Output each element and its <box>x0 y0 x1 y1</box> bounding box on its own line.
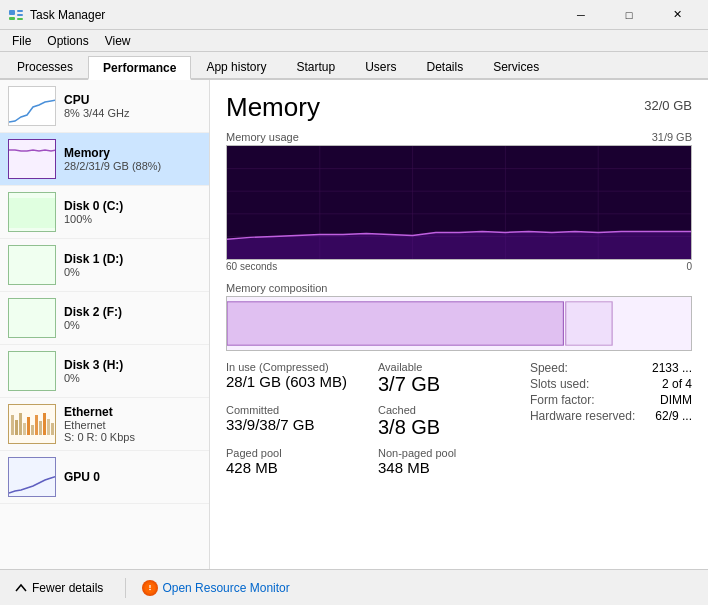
memory-usage-chart-section: Memory usage 31/9 GB <box>226 131 692 272</box>
svg-rect-22 <box>47 419 50 435</box>
sidebar-item-memory[interactable]: Memory 28/2/31/9 GB (88%) <box>0 133 209 186</box>
disk0-info: Disk 0 (C:) 100% <box>64 199 201 225</box>
svg-rect-4 <box>17 18 23 20</box>
memory-composition-section: Memory composition <box>226 282 692 351</box>
resource-monitor-icon <box>142 580 158 596</box>
stats-left: In use (Compressed) 28/1 GB (603 MB) Ava… <box>226 361 514 476</box>
stat-cached: Cached 3/8 GB <box>378 404 514 439</box>
fewer-details-label: Fewer details <box>32 581 103 595</box>
memory-composition-chart <box>226 296 692 351</box>
sidebar-item-disk1[interactable]: Disk 1 (D:) 0% <box>0 239 209 292</box>
svg-rect-9 <box>9 246 56 285</box>
menu-file[interactable]: File <box>4 32 39 50</box>
stats-right: Speed: 2133 ... Slots used: 2 of 4 Form … <box>530 361 692 476</box>
cpu-name: CPU <box>64 93 201 107</box>
disk1-name: Disk 1 (D:) <box>64 252 201 266</box>
stat-slots-value: 2 of 4 <box>662 377 692 391</box>
sidebar-item-gpu0[interactable]: GPU 0 <box>0 451 209 504</box>
title-bar-left: Task Manager <box>8 7 105 23</box>
minimize-button[interactable]: ─ <box>558 5 604 25</box>
gpu0-name: GPU 0 <box>64 470 201 484</box>
stat-paged-pool: Paged pool 428 MB <box>226 447 362 476</box>
chart-label-usage: Memory usage 31/9 GB <box>226 131 692 143</box>
tab-bar: Processes Performance App history Startu… <box>0 52 708 80</box>
disk2-name: Disk 2 (F:) <box>64 305 201 319</box>
stat-in-use: In use (Compressed) 28/1 GB (603 MB) <box>226 361 362 396</box>
svg-rect-21 <box>43 413 46 435</box>
svg-rect-10 <box>9 299 56 338</box>
maximize-button[interactable]: □ <box>606 5 652 25</box>
sidebar-item-disk3[interactable]: Disk 3 (H:) 0% <box>0 345 209 398</box>
stat-hw-reserved-row: Hardware reserved: 62/9 ... <box>530 409 692 423</box>
memory-info: Memory 28/2/31/9 GB (88%) <box>64 146 201 172</box>
sidebar-item-disk0[interactable]: Disk 0 (C:) 100% <box>0 186 209 239</box>
fewer-details-button[interactable]: Fewer details <box>8 577 109 599</box>
stat-non-paged-pool: Non-paged pool 348 MB <box>378 447 514 476</box>
open-resource-monitor-link[interactable]: Open Resource Monitor <box>142 580 289 596</box>
time-right: 0 <box>686 261 692 272</box>
stat-form-label: Form factor: <box>530 393 595 407</box>
menu-bar: File Options View <box>0 30 708 52</box>
svg-rect-38 <box>566 302 612 345</box>
disk3-info: Disk 3 (H:) 0% <box>64 358 201 384</box>
stat-slots-label: Slots used: <box>530 377 589 391</box>
tab-processes[interactable]: Processes <box>2 54 88 78</box>
svg-rect-13 <box>11 415 14 435</box>
tab-startup[interactable]: Startup <box>281 54 350 78</box>
stat-committed-label: Committed <box>226 404 362 416</box>
tab-app-history[interactable]: App history <box>191 54 281 78</box>
svg-rect-8 <box>9 198 56 228</box>
disk0-name: Disk 0 (C:) <box>64 199 201 213</box>
svg-rect-23 <box>51 423 54 435</box>
close-button[interactable]: ✕ <box>654 5 700 25</box>
open-monitor-label: Open Resource Monitor <box>162 581 289 595</box>
stats-grid: In use (Compressed) 28/1 GB (603 MB) Ava… <box>226 361 514 476</box>
svg-rect-0 <box>9 10 15 15</box>
title-bar-title: Task Manager <box>30 8 105 22</box>
stat-speed-label: Speed: <box>530 361 568 375</box>
content-area: Memory 32/0 GB Memory usage 31/9 GB <box>210 80 708 569</box>
stat-speed-row: Speed: 2133 ... <box>530 361 692 375</box>
bottom-bar: Fewer details Open Resource Monitor <box>0 569 708 605</box>
content-total: 32/0 GB <box>644 98 692 113</box>
stat-in-use-value: 28/1 GB (603 MB) <box>226 373 362 390</box>
disk2-info: Disk 2 (F:) 0% <box>64 305 201 331</box>
stat-non-paged-label: Non-paged pool <box>378 447 514 459</box>
stat-form-row: Form factor: DIMM <box>530 393 692 407</box>
svg-rect-3 <box>9 17 15 20</box>
stat-paged-label: Paged pool <box>226 447 362 459</box>
sidebar-item-ethernet[interactable]: Ethernet Ethernet S: 0 R: 0 Kbps <box>0 398 209 451</box>
title-bar: Task Manager ─ □ ✕ <box>0 0 708 30</box>
menu-options[interactable]: Options <box>39 32 96 50</box>
tab-performance[interactable]: Performance <box>88 56 191 80</box>
tab-services[interactable]: Services <box>478 54 554 78</box>
menu-view[interactable]: View <box>97 32 139 50</box>
stat-form-value: DIMM <box>660 393 692 407</box>
stat-available-value: 3/7 GB <box>378 373 514 396</box>
stat-slots-row: Slots used: 2 of 4 <box>530 377 692 391</box>
taskmanager-icon <box>8 7 24 23</box>
ethernet-thumbnail <box>8 404 56 444</box>
content-title: Memory <box>226 92 320 123</box>
stat-cached-label: Cached <box>378 404 514 416</box>
ethernet-speed: S: 0 R: 0 Kbps <box>64 431 201 443</box>
disk3-thumbnail <box>8 351 56 391</box>
stat-available: Available 3/7 GB <box>378 361 514 396</box>
stat-available-label: Available <box>378 361 514 373</box>
chart-time-labels: 60 seconds 0 <box>226 261 692 272</box>
tab-details[interactable]: Details <box>411 54 478 78</box>
chevron-up-icon <box>14 581 28 595</box>
disk1-detail: 0% <box>64 266 201 278</box>
memory-usage-chart <box>226 145 692 260</box>
stat-non-paged-value: 348 MB <box>378 459 514 476</box>
chart-label-composition: Memory composition <box>226 282 692 294</box>
disk2-detail: 0% <box>64 319 201 331</box>
tab-users[interactable]: Users <box>350 54 411 78</box>
sidebar-item-cpu[interactable]: CPU 8% 3/44 GHz <box>0 80 209 133</box>
svg-rect-11 <box>9 352 56 391</box>
chart-svg-main <box>227 146 691 259</box>
disk1-info: Disk 1 (D:) 0% <box>64 252 201 278</box>
cpu-thumbnail <box>8 86 56 126</box>
sidebar-item-disk2[interactable]: Disk 2 (F:) 0% <box>0 292 209 345</box>
svg-rect-2 <box>17 14 23 16</box>
